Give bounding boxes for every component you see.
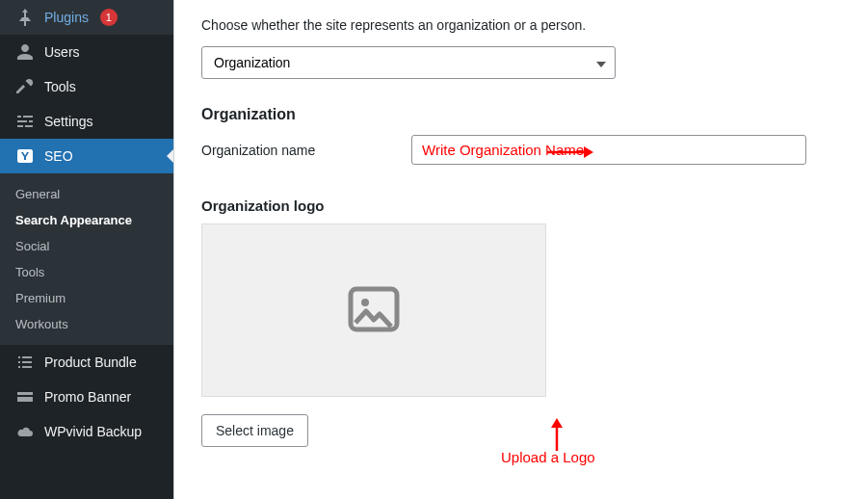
sliders-icon [15,112,35,131]
menu-label: Settings [44,114,93,129]
sidebar-item-wpvivid[interactable]: WPvivid Backup [0,414,173,449]
seo-submenu: General Search Appearance Social Tools P… [0,173,173,345]
yoast-icon [15,146,35,166]
annotation-arrow-right-icon [547,145,593,162]
annotation-upload-logo: Upload a Logo [501,449,595,465]
sidebar-item-tools[interactable]: Tools [0,69,173,104]
sidebar-item-seo[interactable]: SEO [0,139,173,173]
submenu-premium[interactable]: Premium [0,285,173,311]
plug-icon [15,8,35,27]
svg-point-1 [361,299,369,306]
org-logo-label: Organization logo [201,197,841,214]
sidebar-item-plugins[interactable]: Plugins 1 [0,0,173,35]
users-icon [15,42,35,62]
menu-label: SEO [44,148,73,164]
org-name-label: Organization name [201,143,346,158]
menu-label: Plugins [44,10,89,25]
cloud-icon [15,422,35,441]
submenu-social[interactable]: Social [0,233,173,259]
entity-description: Choose whether the site represents an or… [201,17,841,33]
banner-icon [15,387,35,407]
main-content: Choose whether the site represents an or… [173,0,868,499]
sidebar-item-settings[interactable]: Settings [0,104,173,139]
submenu-tools[interactable]: Tools [0,259,173,285]
select-image-button[interactable]: Select image [201,414,308,447]
sidebar-item-product-bundle[interactable]: Product Bundle [0,345,173,380]
list-icon [15,353,35,372]
wrench-icon [15,77,35,96]
entity-select[interactable]: Organization [201,46,616,79]
menu-label: WPvivid Backup [44,424,142,439]
menu-label: Users [44,44,80,60]
submenu-search-appearance[interactable]: Search Appearance [0,207,173,233]
update-badge: 1 [100,9,118,26]
menu-label: Tools [44,79,76,94]
image-placeholder-icon [348,286,400,335]
submenu-general[interactable]: General [0,181,173,207]
menu-label: Product Bundle [44,355,137,370]
org-name-input[interactable] [411,135,806,165]
sidebar-item-promo-banner[interactable]: Promo Banner [0,380,173,414]
menu-label: Promo Banner [44,389,131,405]
logo-upload-box[interactable] [201,223,546,397]
sidebar-item-users[interactable]: Users [0,35,173,69]
org-name-row: Organization name [201,135,841,165]
submenu-workouts[interactable]: Workouts [0,311,173,337]
organization-heading: Organization [201,106,841,123]
entity-select-wrap: Organization [201,46,616,79]
admin-sidebar: Plugins 1 Users Tools Settings SEO Gener… [0,0,173,499]
